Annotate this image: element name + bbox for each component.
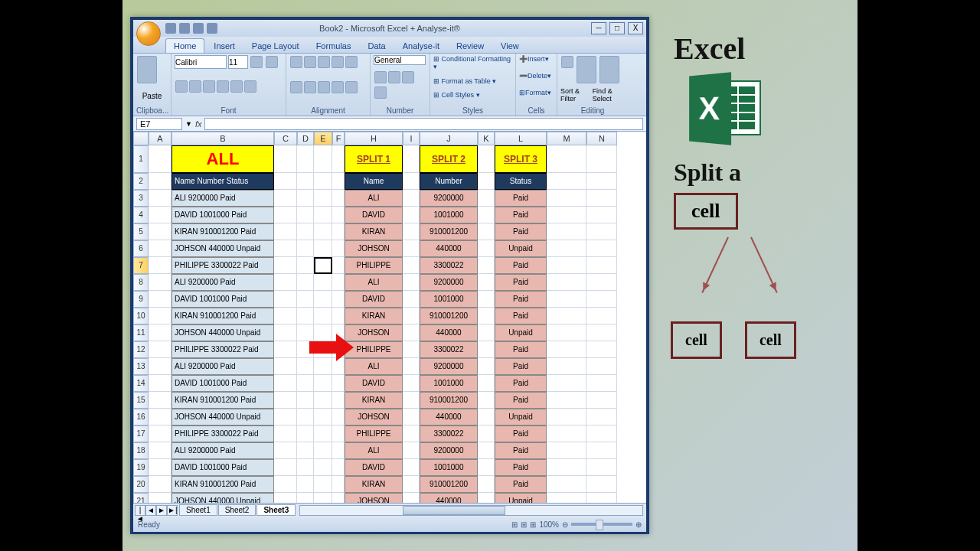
- tab-home[interactable]: Home: [165, 38, 204, 53]
- cell-b4[interactable]: DAVID 1001000 Paid: [172, 207, 274, 223]
- cell-b13[interactable]: ALI 9200000 Paid: [172, 358, 274, 375]
- col-header-F[interactable]: F: [332, 132, 345, 145]
- cell-e17[interactable]: [314, 425, 332, 442]
- cell-e14[interactable]: [314, 375, 332, 392]
- row-header-13[interactable]: 13: [133, 358, 149, 375]
- sheet-nav-next[interactable]: ►: [156, 505, 167, 516]
- cell-e9[interactable]: [314, 291, 332, 308]
- tab-insert[interactable]: Insert: [206, 39, 243, 53]
- cell-b17[interactable]: PHILIPPE 3300022 Paid: [172, 425, 274, 442]
- view-normal-icon[interactable]: ⊞: [511, 520, 518, 529]
- col-header-L[interactable]: L: [495, 132, 547, 145]
- row-header-10[interactable]: 10: [133, 308, 149, 324]
- col-header-B[interactable]: B: [172, 132, 274, 145]
- cell-b7[interactable]: PHILIPPE 3300022 Paid: [172, 257, 274, 274]
- row-header-3[interactable]: 3: [133, 190, 149, 207]
- row-header-12[interactable]: 12: [133, 341, 149, 358]
- view-layout-icon[interactable]: ⊞: [521, 520, 527, 529]
- row-header-18[interactable]: 18: [133, 442, 149, 459]
- cell-b20[interactable]: KIRAN 910001200 Paid: [172, 476, 274, 493]
- cell-e21[interactable]: [314, 493, 332, 503]
- sheet-tab-1[interactable]: Sheet1: [179, 504, 217, 516]
- col-header-N[interactable]: N: [586, 132, 617, 145]
- row-header-17[interactable]: 17: [133, 425, 149, 442]
- cell-b21[interactable]: JOHSON 440000 Unpaid: [172, 493, 274, 503]
- row-header-9[interactable]: 9: [133, 291, 149, 308]
- close-button[interactable]: X: [628, 22, 643, 34]
- font-color-button[interactable]: [244, 80, 256, 93]
- font-name[interactable]: [175, 55, 227, 69]
- row-header-8[interactable]: 8: [133, 274, 149, 291]
- cell-e20[interactable]: [314, 476, 332, 493]
- cell-e6[interactable]: [314, 240, 332, 257]
- row-header-4[interactable]: 4: [133, 207, 149, 223]
- tab-page-layout[interactable]: Page Layout: [244, 39, 307, 53]
- cell-b5[interactable]: KIRAN 910001200 Paid: [172, 223, 274, 240]
- cell-e5[interactable]: [314, 223, 332, 240]
- row-header-6[interactable]: 6: [133, 240, 149, 257]
- cell-b9[interactable]: DAVID 1001000 Paid: [172, 291, 274, 308]
- zoom-slider[interactable]: [571, 523, 632, 526]
- header-all[interactable]: ALL: [172, 145, 274, 173]
- office-button[interactable]: [136, 21, 161, 46]
- fill-color-button[interactable]: [230, 80, 243, 93]
- underline-button[interactable]: [203, 80, 215, 93]
- cell-b18[interactable]: ALI 9200000 Paid: [172, 442, 274, 459]
- row-header-21[interactable]: 21: [133, 493, 149, 503]
- header-split2[interactable]: SPLIT 2: [420, 145, 478, 173]
- fx-icon[interactable]: fx: [192, 119, 205, 129]
- col-header-K[interactable]: K: [478, 132, 495, 145]
- grow-font-icon[interactable]: [250, 56, 263, 68]
- cell-b2[interactable]: Name Number Status: [172, 173, 274, 190]
- col-header-D[interactable]: D: [297, 132, 314, 145]
- italic-button[interactable]: [189, 80, 201, 93]
- col-header-A[interactable]: A: [149, 132, 172, 145]
- cell-b11[interactable]: JOHSON 440000 Unpaid: [172, 324, 274, 341]
- cell-e16[interactable]: [314, 409, 332, 425]
- sort-filter-button[interactable]: [577, 56, 596, 83]
- cell-b16[interactable]: JOHSON 440000 Unpaid: [172, 409, 274, 425]
- name-box[interactable]: E7: [136, 118, 182, 130]
- tab-formulas[interactable]: Formulas: [309, 39, 359, 53]
- col-header-C[interactable]: C: [274, 132, 297, 145]
- font-size[interactable]: [228, 55, 248, 69]
- shrink-font-icon[interactable]: [266, 56, 278, 68]
- row-header-19[interactable]: 19: [133, 459, 149, 476]
- row-header-20[interactable]: 20: [133, 476, 149, 493]
- cell-e8[interactable]: [314, 274, 332, 291]
- sheet-nav-first[interactable]: |◄: [135, 505, 145, 516]
- row-header-16[interactable]: 16: [133, 409, 149, 425]
- sheet-tab-3[interactable]: Sheet3: [256, 504, 296, 516]
- cell-e10[interactable]: [314, 308, 332, 324]
- zoom-out-button[interactable]: ⊖: [562, 520, 568, 529]
- worksheet[interactable]: ABCDEFHIJKLMN1ALLSPLIT 1SPLIT 2SPLIT 32N…: [133, 132, 646, 503]
- sheet-nav-prev[interactable]: ◄: [145, 505, 156, 516]
- tab-data[interactable]: Data: [360, 39, 393, 53]
- maximize-button[interactable]: □: [609, 22, 625, 34]
- cell-b8[interactable]: ALI 9200000 Paid: [172, 274, 274, 291]
- cell-b15[interactable]: KIRAN 910001200 Paid: [172, 392, 274, 409]
- col-header-E[interactable]: E: [314, 132, 332, 145]
- paste-button[interactable]: [137, 56, 157, 83]
- formula-input[interactable]: [204, 118, 643, 130]
- zoom-in-button[interactable]: ⊕: [635, 520, 642, 529]
- quick-access-toolbar[interactable]: [165, 23, 217, 34]
- row-header-5[interactable]: 5: [133, 223, 149, 240]
- col-header-M[interactable]: M: [547, 132, 586, 145]
- cell-b19[interactable]: DAVID 1001000 Paid: [172, 459, 274, 476]
- sheet-nav-last[interactable]: ►|: [167, 505, 178, 516]
- row-header-11[interactable]: 11: [133, 324, 149, 341]
- tab-analyse-it[interactable]: Analyse-it: [395, 39, 447, 53]
- horizontal-scrollbar[interactable]: [299, 505, 643, 516]
- cell-e3[interactable]: [314, 190, 332, 207]
- col-header-H[interactable]: H: [345, 132, 403, 145]
- cell-b10[interactable]: KIRAN 910001200 Paid: [172, 308, 274, 324]
- cell-e4[interactable]: [314, 207, 332, 223]
- header-split3[interactable]: SPLIT 3: [495, 145, 547, 173]
- cell-e15[interactable]: [314, 392, 332, 409]
- row-header-14[interactable]: 14: [133, 375, 149, 392]
- minimize-button[interactable]: ─: [591, 22, 606, 34]
- cell-b3[interactable]: ALI 9200000 Paid: [172, 190, 274, 207]
- header-split1[interactable]: SPLIT 1: [345, 145, 403, 173]
- cell-e7[interactable]: [314, 257, 332, 274]
